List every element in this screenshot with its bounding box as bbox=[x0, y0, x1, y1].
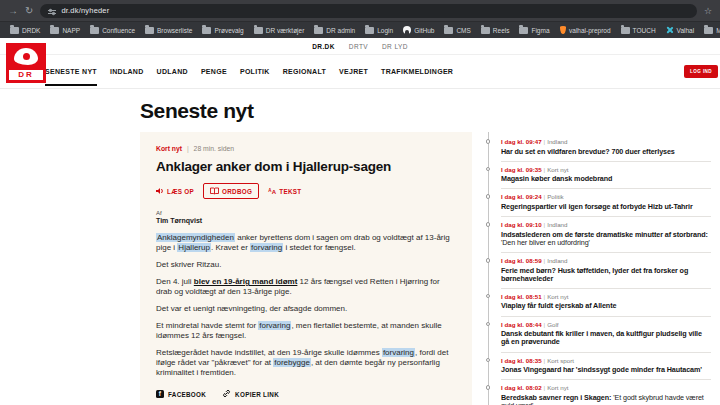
news-list-item[interactable]: I dag kl. 09:24|PolitikRegeringspartier … bbox=[501, 189, 711, 217]
bookmark-dr-admin[interactable]: DR admin bbox=[314, 26, 355, 34]
read-aloud-button[interactable]: LÆS OP bbox=[156, 187, 194, 195]
dr-logo[interactable]: DR bbox=[6, 43, 46, 83]
meta-separator: | bbox=[544, 293, 546, 300]
news-item-category: Kort sport bbox=[547, 357, 574, 364]
article-kicker[interactable]: Kort nyt bbox=[156, 145, 182, 152]
news-list-item[interactable]: I dag kl. 08:44|GolfDansk debutant fik k… bbox=[501, 317, 711, 353]
platform-nav-dr-lyd[interactable]: DR LYD bbox=[382, 43, 408, 50]
bookmark-dr-v-rkt-jer[interactable]: DR værktøjer bbox=[254, 26, 305, 34]
bookmark-valhal-preprod[interactable]: valhal-preprod bbox=[560, 26, 611, 34]
reload-icon[interactable]: ↻ bbox=[25, 6, 33, 16]
paragraph-text: Det skriver Ritzau. bbox=[156, 260, 221, 269]
highlighted-term[interactable]: forvaring bbox=[250, 243, 283, 252]
bookmark-reels[interactable]: Reels bbox=[481, 26, 510, 34]
bookmark-star-icon[interactable]: ☆ bbox=[704, 6, 712, 16]
bookmark-browserliste[interactable]: Browserliste bbox=[145, 26, 192, 34]
paragraph-text: . Kravet er bbox=[211, 243, 250, 252]
news-list-item[interactable]: I dag kl. 08:35|Kort sportJonas Vingegaa… bbox=[501, 353, 711, 381]
platform-nav-drtv[interactable]: DRTV bbox=[349, 43, 368, 50]
news-item-category: Kort nyt bbox=[547, 384, 568, 391]
bookmark-drdk[interactable]: DRDK bbox=[10, 26, 40, 34]
bookmark-milj-er[interactable]: Miljøer bbox=[704, 26, 720, 34]
login-button[interactable]: LOG IND bbox=[684, 65, 718, 78]
highlighted-term[interactable]: forvaring bbox=[382, 348, 415, 357]
news-list-item[interactable]: I dag kl. 09:47|IndlandHar du set en vil… bbox=[501, 134, 711, 162]
nav-item-politik[interactable]: POLITIK bbox=[240, 56, 270, 87]
platform-nav-dr-dk[interactable]: DR.DK bbox=[312, 43, 335, 50]
news-item-meta: I dag kl. 09:10|Indland bbox=[501, 221, 711, 228]
highlighted-term[interactable]: Anklagemyndigheden bbox=[156, 233, 235, 242]
paragraph-text: Det var et uenigt nævningeting, der afsa… bbox=[156, 304, 347, 313]
article-link[interactable]: blev en 19-årig mand idømt bbox=[194, 277, 298, 286]
flame-icon bbox=[560, 26, 567, 34]
news-list-item[interactable]: I dag kl. 08:59|IndlandFerie med børn? H… bbox=[501, 253, 711, 289]
bookmark-label: Miljøer bbox=[716, 27, 720, 34]
news-item-title-bold: Ferie med børn? Husk tøffetiden, lyder d… bbox=[501, 266, 688, 283]
news-item-title: Ferie med børn? Husk tøffetiden, lyder d… bbox=[501, 267, 711, 283]
news-item-title-bold: Regeringspartier vil igen forsøge at for… bbox=[501, 202, 693, 211]
bookmark-pr-vevalg[interactable]: Prøvevalg bbox=[202, 26, 243, 34]
folder-icon bbox=[90, 27, 99, 34]
highlighted-term[interactable]: Hjallerup bbox=[177, 243, 211, 252]
folder-icon bbox=[519, 27, 528, 34]
news-list-item[interactable]: I dag kl. 09:35|Kort nytMagasin køber da… bbox=[501, 162, 711, 190]
folder-icon bbox=[365, 27, 374, 34]
facebook-share-button[interactable]: f FACEBOOK bbox=[156, 390, 206, 398]
article-body: Anklagemyndigheden anker byrettens dom i… bbox=[156, 233, 456, 378]
news-list-item[interactable]: I dag kl. 09:10|IndlandIndsatslederen om… bbox=[501, 217, 711, 253]
article-meta: Kort nyt | 28 min. siden bbox=[156, 145, 456, 152]
nav-item-udland[interactable]: UDLAND bbox=[157, 56, 188, 87]
bookmark-confluence[interactable]: Confluence bbox=[90, 26, 135, 34]
highlighted-term[interactable]: forebygge bbox=[273, 358, 311, 367]
forward-arrow-icon[interactable]: → bbox=[8, 6, 18, 16]
news-list-item[interactable]: I dag kl. 08:02|Kort nytBeredskab savner… bbox=[501, 380, 711, 405]
main-nav-row: SENESTE NYTINDLANDUDLANDPENGEPOLITIKREGI… bbox=[0, 55, 720, 88]
address-bar[interactable]: dr.dk/nyheder bbox=[40, 4, 697, 18]
nav-item-seneste-nyt[interactable]: SENESTE NYT bbox=[45, 56, 97, 87]
news-item-category: Kort nyt bbox=[547, 293, 568, 300]
bookmark-figma[interactable]: Figma bbox=[519, 26, 549, 34]
news-item-title-bold: Viaplay får fuldt ejerskab af Allente bbox=[501, 301, 616, 310]
nav-item-indland[interactable]: INDLAND bbox=[110, 56, 144, 87]
text-size-button[interactable]: AA TEKST bbox=[268, 188, 301, 195]
bookmark-github[interactable]: GitHub bbox=[403, 26, 434, 34]
copy-link-button[interactable]: KOPIER LINK bbox=[222, 389, 279, 399]
bookmark-touch[interactable]: TOUCH bbox=[621, 26, 656, 34]
bookmark-label: GitHub bbox=[414, 27, 434, 34]
bookmark-napp[interactable]: NAPP bbox=[50, 26, 80, 34]
bookmark-cms[interactable]: CMS bbox=[444, 26, 470, 34]
highlighted-term[interactable]: forvaring bbox=[258, 321, 291, 330]
nav-item-penge[interactable]: PENGE bbox=[201, 56, 227, 87]
news-item-meta: I dag kl. 08:02|Kort nyt bbox=[501, 384, 711, 391]
nav-item-regionalt[interactable]: REGIONALT bbox=[283, 56, 326, 87]
bookmark-label: DR admin bbox=[326, 27, 355, 34]
folder-icon bbox=[202, 27, 211, 34]
site-settings-icon[interactable] bbox=[48, 2, 56, 20]
news-item-title-bold: Har du set en vildfaren brevdue? 700 due… bbox=[501, 147, 675, 156]
folder-icon bbox=[621, 27, 630, 34]
bookmark-label: DR værktøjer bbox=[266, 27, 305, 34]
news-item-title-bold: Dansk debutant fik kriller i maven, da k… bbox=[501, 329, 702, 346]
read-aloud-icon bbox=[156, 187, 164, 195]
bookmark-login[interactable]: Login bbox=[365, 26, 393, 34]
news-item-title: Magasin køber dansk modebrand bbox=[501, 175, 711, 183]
byline-prefix: Af bbox=[156, 210, 456, 216]
bookmark-label: Figma bbox=[531, 27, 549, 34]
facebook-icon: f bbox=[156, 390, 164, 398]
bookmark-label: Browserliste bbox=[157, 27, 192, 34]
meta-separator: | bbox=[187, 145, 189, 152]
article-paragraph: Det skriver Ritzau. bbox=[156, 260, 456, 270]
bookmark-valhal[interactable]: Valhal bbox=[666, 26, 695, 34]
article-toolbar: LÆS OP ORDBOG AA TEKST bbox=[156, 183, 456, 199]
bookmark-label: Confluence bbox=[102, 27, 135, 34]
news-list-item[interactable]: I dag kl. 08:51|Kort nytViaplay får fuld… bbox=[501, 289, 711, 317]
paragraph-text: Retslægerådet havde indstillet, at den 1… bbox=[156, 348, 382, 357]
meta-separator: | bbox=[544, 357, 546, 364]
copy-link-label: KOPIER LINK bbox=[235, 391, 279, 398]
news-item-meta: I dag kl. 09:35|Kort nyt bbox=[501, 166, 711, 173]
timeline-dot-icon bbox=[486, 385, 491, 390]
nav-item-trafikmeldinger[interactable]: TRAFIKMELDINGER bbox=[381, 56, 453, 87]
nav-item-vejret[interactable]: VEJRET bbox=[339, 56, 368, 87]
news-item-meta: I dag kl. 09:47|Indland bbox=[501, 138, 711, 145]
dictionary-button[interactable]: ORDBOG bbox=[203, 183, 259, 199]
